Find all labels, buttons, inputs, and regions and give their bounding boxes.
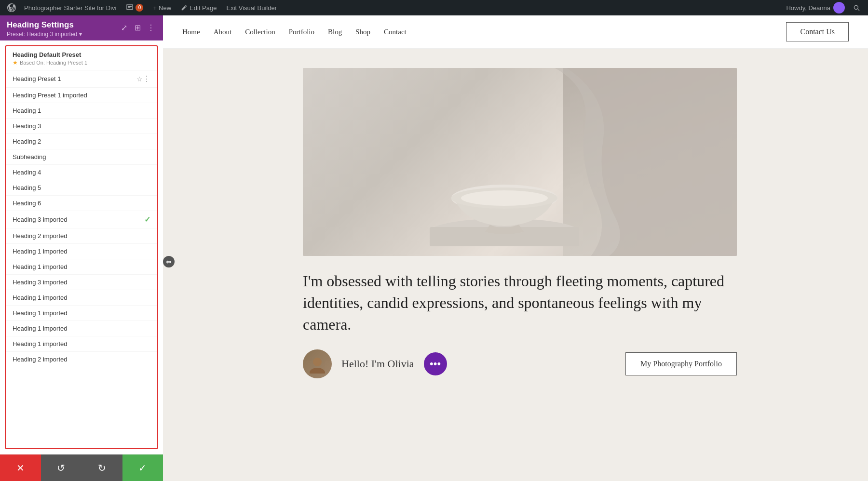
preset-item-name: Heading 1 — [13, 107, 150, 114]
new-bar-item[interactable]: + New — [148, 0, 176, 15]
preset-item[interactable]: Heading 5 — [6, 180, 157, 196]
preset-item-name: Heading 1 imported — [13, 340, 150, 347]
page-body: I'm obsessed with telling stories throug… — [163, 49, 867, 398]
preset-star-icon: ☆ — [136, 75, 143, 83]
preset-item-name: Subheading — [13, 153, 150, 160]
star-icon: ★ — [13, 59, 18, 66]
svg-point-6 — [310, 368, 325, 374]
preset-item[interactable]: Heading Preset 1 imported — [6, 88, 157, 103]
preset-item[interactable]: Heading 1 imported — [6, 244, 157, 259]
preset-item-name: Heading 3 — [13, 122, 150, 130]
cancel-button[interactable]: ✕ — [0, 454, 41, 481]
save-icon: ✓ — [138, 462, 147, 474]
exit-builder-bar-item[interactable]: Exit Visual Builder — [221, 0, 282, 15]
preset-item[interactable]: Heading 1 imported — [6, 336, 157, 352]
preset-item[interactable]: Heading 2 imported — [6, 352, 157, 367]
hero-image — [303, 68, 737, 256]
preset-item-name: Heading 3 imported — [13, 279, 150, 286]
svg-point-4 — [461, 190, 548, 206]
preset-item-name: Heading 4 — [13, 169, 150, 176]
author-avatar — [303, 349, 332, 378]
nav-link[interactable]: Shop — [355, 28, 370, 36]
panel-preset-line[interactable]: Preset: Heading 3 imported ▾ — [7, 31, 82, 38]
edit-page-bar-item[interactable]: Edit Page — [176, 0, 221, 15]
more-options-icon[interactable]: ⋮ — [146, 22, 156, 33]
default-preset-based: ★ Based On: Heading Preset 1 — [13, 59, 150, 66]
wp-logo-icon[interactable] — [4, 0, 19, 15]
based-on-text: Based On: Heading Preset 1 — [20, 60, 87, 66]
panel-bottom-bar: ✕ ↺ ↻ ✓ — [0, 454, 163, 481]
columns-icon[interactable]: ⊞ — [132, 22, 143, 33]
preset-item[interactable]: Heading 1 imported — [6, 306, 157, 321]
preset-item-name: Heading Preset 1 — [13, 75, 136, 82]
hero-quote: I'm obsessed with telling stories throug… — [303, 270, 737, 335]
preset-item-name: Heading 1 imported — [13, 309, 150, 317]
save-button[interactable]: ✓ — [122, 454, 163, 481]
preset-item-name: Heading 2 — [13, 138, 150, 145]
preset-item[interactable]: Heading 2 — [6, 134, 157, 149]
preset-item-name: Heading Preset 1 imported — [13, 92, 150, 99]
nav-link[interactable]: About — [214, 28, 232, 36]
nav-link[interactable]: Contact — [384, 28, 407, 36]
preset-item[interactable]: Heading 1 imported — [6, 321, 157, 336]
author-name: Hello! I'm Olivia — [341, 358, 414, 370]
nav-link[interactable]: Collection — [245, 28, 275, 36]
panel-header-icons: ⤢ ⊞ ⋮ — [119, 22, 156, 33]
preset-list: Heading Preset 1☆⋮Heading Preset 1 impor… — [6, 70, 157, 367]
hero-image-wrapper — [303, 68, 737, 256]
preset-item[interactable]: Heading 1 imported — [6, 259, 157, 275]
exit-builder-label: Exit Visual Builder — [226, 4, 277, 12]
comments-bar-item[interactable]: 0 — [121, 0, 148, 15]
svg-point-5 — [313, 358, 322, 366]
preset-item[interactable]: Subheading — [6, 149, 157, 165]
site-navigation: HomeAboutCollectionPortfolioBlogShopCont… — [163, 15, 868, 49]
redo-icon: ↻ — [98, 462, 106, 474]
preset-item-name: Heading 3 imported — [13, 216, 144, 223]
portfolio-button[interactable]: My Photography Portfolio — [625, 352, 737, 375]
howdy-section: Howdy, Deanna — [782, 2, 849, 13]
preset-item-name: Heading 1 imported — [13, 325, 150, 332]
preset-item[interactable]: Heading 1 — [6, 103, 157, 119]
resize-icon: ⇔ — [166, 258, 172, 266]
preset-item[interactable]: Heading 6 — [6, 196, 157, 211]
preset-item-name: Heading 1 imported — [13, 248, 150, 255]
contact-us-button[interactable]: Contact Us — [786, 22, 849, 41]
preset-item[interactable]: Heading 1 imported — [6, 290, 157, 306]
preset-item[interactable]: Heading 2 imported — [6, 228, 157, 244]
search-bar-icon[interactable] — [849, 0, 864, 15]
preset-item[interactable]: Heading 3 — [6, 119, 157, 134]
user-avatar — [833, 2, 845, 13]
nav-link[interactable]: Portfolio — [289, 28, 314, 36]
preset-item[interactable]: Heading 4 — [6, 165, 157, 180]
preset-item-name: Heading 2 imported — [13, 232, 150, 240]
preset-line-text: Preset: Heading 3 imported — [7, 31, 77, 38]
resize-handle[interactable]: ⇔ — [163, 256, 175, 267]
nav-links: HomeAboutCollectionPortfolioBlogShopCont… — [182, 28, 407, 36]
undo-button[interactable]: ↺ — [41, 454, 82, 481]
panel-header: Heading Settings Preset: Heading 3 impor… — [0, 15, 163, 40]
preset-item-name: Heading 1 imported — [13, 294, 150, 301]
nav-link[interactable]: Blog — [328, 28, 342, 36]
undo-icon: ↺ — [57, 462, 65, 474]
new-icon: + — [153, 4, 157, 12]
preset-item[interactable]: Heading 3 imported — [6, 275, 157, 290]
new-label: New — [159, 4, 171, 12]
site-name-text: Photographer Starter Site for Divi — [24, 4, 116, 12]
redo-button[interactable]: ↻ — [81, 454, 122, 481]
edit-page-label: Edit Page — [190, 4, 217, 12]
default-preset-item[interactable]: Heading Default Preset ★ Based On: Headi… — [6, 46, 157, 70]
site-name-bar[interactable]: Photographer Starter Site for Divi — [19, 0, 121, 15]
fullscreen-icon[interactable]: ⤢ — [119, 22, 129, 33]
preset-item-name: Heading 2 imported — [13, 356, 150, 363]
fabric-drape — [555, 68, 737, 256]
preset-item-name: Heading 1 imported — [13, 263, 150, 270]
preset-item[interactable]: Heading Preset 1☆⋮ — [6, 70, 157, 88]
more-options-button[interactable]: ••• — [424, 352, 447, 375]
preset-item-name: Heading 6 — [13, 200, 150, 207]
nav-link[interactable]: Home — [182, 28, 200, 36]
default-preset-name: Heading Default Preset — [13, 51, 150, 58]
author-section: Hello! I'm Olivia ••• My Photography Por… — [303, 349, 737, 378]
preset-item[interactable]: Heading 3 imported✓ — [6, 211, 157, 228]
preset-list-container: Heading Default Preset ★ Based On: Headi… — [5, 45, 158, 449]
howdy-text: Howdy, Deanna — [786, 4, 830, 12]
